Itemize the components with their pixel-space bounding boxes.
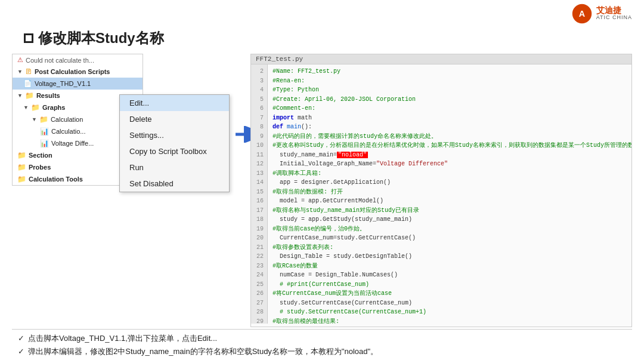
tree-item-error[interactable]: ⚠ Could not calculate th... [13,54,143,66]
chevron-down-icon-2: ▼ [17,93,23,99]
svg-text:A: A [578,8,585,18]
line-numbers: 2345678910111213141516171819202122232425… [251,64,268,324]
calc-tools-label: Calculation Tools [29,176,83,183]
code-line: #将CurrentCase_num设置为当前活动case [273,289,627,299]
calc-tools-folder-icon: 📁 [17,175,26,183]
code-panel: FFT2_test.py 234567891011121314151617181… [250,54,632,327]
script-icon: 📄 [23,79,32,88]
code-line: #Rena-en: [273,76,627,86]
calc-folder-icon: 📁 [39,115,48,124]
calculatio-label: Calculatio... [51,128,85,135]
code-line: study.SetCurrentCase(CurrentCase_num) [273,299,627,308]
context-menu-edit[interactable]: Edit... [120,95,229,111]
results-folder-icon: 📁 [25,91,34,100]
code-line: #Comment-en: [273,104,627,113]
folder-icon: 🖹 [25,67,32,76]
code-line: study_name_main="noload" [273,150,627,160]
code-line: def main(): [273,122,627,132]
checkmark-icon-2: ✓ [18,345,24,358]
calc-item-icon: 📊 [40,127,49,136]
section-label: Section [29,152,52,159]
divider-line [12,329,632,330]
code-line: Design_Table = study.GetDesignTable() [273,252,627,262]
code-line: #Create: April-06, 2020-JSOL Corporation [273,95,627,104]
section-folder-icon: 📁 [17,151,26,159]
chevron-down-icon-3: ▼ [23,104,29,110]
code-line: study = app.GetStudy(study_name_main) [273,215,627,224]
code-line: #取得参数设置表列表: [273,243,627,253]
voltage-thd-label: Voltage_THD_V1.1 [35,80,91,87]
code-line: # study.SetCurrentCase(CurrentCase_num+1… [273,307,627,317]
code-header: FFT2_test.py [251,54,631,64]
tree-item-post-calc[interactable]: ▼ 🖹 Post Calculation Scripts [13,66,143,78]
code-line: CurrentCase_num=study.GetCurrentCase() [273,233,627,243]
title-square-icon [24,33,33,43]
graphs-folder-icon: 📁 [31,103,40,112]
logo-icon: A [571,3,593,24]
code-line: #更改名称叫Study，分析器组目的是在分析结果优化时做，如果不用Study名称… [273,141,627,150]
code-line: #此代码的目的，需要根据计算的study命名名称来修改此处。 [273,132,627,141]
top-bar: A 艾迪捷 ATIC CHINA [537,0,644,27]
code-line: import math [273,113,627,123]
code-line: #取得当前case的编号，治0作始。 [273,224,627,234]
code-line: numCase = Design_Table.NumCases() [273,270,627,280]
calculation-label: Calculation [51,116,83,123]
context-menu-delete[interactable]: Delete [120,111,229,127]
code-line: Initial_Voltage_Graph_Name="Voltage Diff… [273,159,627,169]
context-menu-run[interactable]: Run [120,159,229,176]
tree-item-voltage-thd[interactable]: 📄 Voltage_THD_V1.1 [13,78,143,90]
code-line: #取得名称与study_name_main对应的Study已有目录 [273,206,627,216]
code-line: model = app.GetCurrentModel() [273,196,627,206]
code-content: #Name: FFT2_test.py #Rena-en: #Type: Pyt… [268,64,631,324]
left-panel: ⚠ Could not calculate th... ▼ 🖹 Post Cal… [12,54,239,327]
checkmark-icon-1: ✓ [18,332,24,345]
voltage-diff-label: Voltage Diffe... [51,140,94,147]
bottom-notes: ✓ 点击脚本Voltage_THD_V1.1,弹出下拉菜单，点击Edit... … [18,332,632,358]
page-title: 修改脚本Study名称 [24,29,164,48]
code-body: 2345678910111213141516171819202122232425… [251,64,631,324]
content-area: ⚠ Could not calculate th... ▼ 🖹 Post Cal… [12,54,632,327]
logo-area: A 艾迪捷 ATIC CHINA [571,3,632,24]
context-menu: Edit... Delete Settings... Copy to Scrip… [119,94,230,192]
note-line-2: ✓ 弹出脚本编辑器，修改图2中Study_name_main的字符名称和空载St… [18,345,632,358]
graphs-label: Graphs [42,104,66,111]
context-menu-copy-toolbox[interactable]: Copy to Script Toolbox [120,143,229,159]
chevron-down-icon-4: ▼ [32,116,37,122]
logo-cn: 艾迪捷 [596,6,632,15]
probes-folder-icon: 📁 [17,163,26,171]
chevron-down-icon: ▼ [17,69,23,75]
code-line: #取得当前模的最佳结果: [273,317,627,324]
code-line: # #print(CurrentCase_num) [273,280,627,290]
title-text: 修改脚本Study名称 [38,29,164,48]
post-calc-label: Post Calculation Scripts [35,68,110,75]
code-line: #调取脚本工具箱: [273,169,627,179]
code-line: #Name: FFT2_test.py [273,67,627,76]
code-line: #取得当前的数据模: 打开 [273,187,627,197]
logo-text: 艾迪捷 ATIC CHINA [596,6,632,21]
code-line: #Type: Python [273,85,627,95]
results-label: Results [36,92,60,99]
note-text-1: 点击脚本Voltage_THD_V1.1,弹出下拉菜单，点击Edit... [28,332,217,345]
context-menu-set-disabled[interactable]: Set Disabled [120,176,229,192]
note-text-2: 弹出脚本编辑器，修改图2中Study_name_main的字符名称和空载Stud… [28,345,378,358]
probes-label: Probes [29,164,51,171]
volt-diff-icon: 📊 [40,139,49,147]
tree-error-label: Could not calculate th... [26,57,94,64]
context-menu-settings[interactable]: Settings... [120,127,229,143]
code-line: #取RCase的数量 [273,262,627,271]
logo-en: ATIC CHINA [596,15,632,21]
code-line: app = designer.GetApplication() [273,178,627,187]
note-line-1: ✓ 点击脚本Voltage_THD_V1.1,弹出下拉菜单，点击Edit... [18,332,632,345]
error-icon: ⚠ [17,56,23,64]
